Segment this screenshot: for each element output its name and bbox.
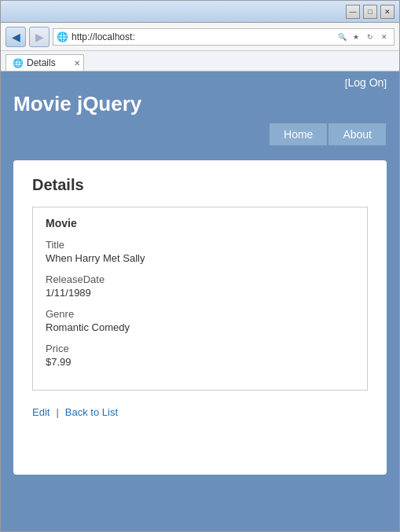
- field-price: Price $7.99: [46, 343, 354, 368]
- tab-label: Details: [27, 57, 56, 68]
- address-input[interactable]: 🌐 http://localhost: 🔍 ★ ↻ ✕: [53, 28, 394, 46]
- field-release-date: ReleaseDate 1/11/1989: [46, 273, 354, 299]
- app-body: Details Movie Title When Harry Met Sally…: [1, 152, 399, 531]
- back-to-list-link[interactable]: Back to List: [65, 406, 118, 418]
- address-bar: ◀ ▶ 🌐 http://localhost: 🔍 ★ ↻ ✕: [1, 23, 399, 51]
- star-icon[interactable]: ★: [350, 31, 362, 43]
- app-title: Movie jQuery: [13, 92, 387, 116]
- details-box: Movie Title When Harry Met Sally Release…: [32, 207, 368, 391]
- nav-home[interactable]: Home: [269, 123, 328, 146]
- edit-link[interactable]: Edit: [32, 406, 50, 418]
- address-actions: 🔍 ★ ↻ ✕: [336, 31, 391, 43]
- field-release-date-label: ReleaseDate: [46, 273, 354, 285]
- browser-tab[interactable]: 🌐 Details ✕: [6, 54, 84, 71]
- login-bracket-close: ]: [383, 77, 387, 89]
- field-genre-label: Genre: [46, 308, 354, 320]
- content-card: Details Movie Title When Harry Met Sally…: [13, 160, 387, 475]
- refresh-icon[interactable]: ↻: [364, 31, 376, 43]
- back-button[interactable]: ◀: [6, 27, 26, 47]
- field-title-value: When Harry Met Sally: [46, 252, 354, 264]
- nav-about[interactable]: About: [328, 123, 387, 146]
- login-link[interactable]: Log On: [347, 76, 383, 89]
- tab-favicon: 🌐: [13, 58, 24, 68]
- minimize-button[interactable]: —: [346, 5, 360, 19]
- header-top: [ Log On ]: [13, 76, 387, 89]
- app-header: [ Log On ] Movie jQuery Home About: [1, 72, 399, 152]
- maximize-button[interactable]: □: [363, 5, 377, 19]
- browser-window: — □ ✕ ◀ ▶ 🌐 http://localhost: 🔍 ★ ↻ ✕ 🌐 …: [0, 0, 400, 532]
- search-icon[interactable]: 🔍: [336, 31, 348, 43]
- page-title: Details: [32, 176, 368, 194]
- address-text: http://localhost:: [72, 31, 334, 42]
- field-title: Title When Harry Met Sally: [46, 239, 354, 264]
- field-genre-value: Romantic Comedy: [46, 321, 354, 333]
- field-price-label: Price: [46, 343, 354, 354]
- stop-icon[interactable]: ✕: [378, 31, 391, 43]
- link-separator: |: [56, 406, 58, 418]
- title-bar: — □ ✕: [1, 1, 399, 23]
- field-title-label: Title: [46, 239, 354, 251]
- tab-bar: 🌐 Details ✕: [1, 51, 399, 72]
- title-bar-buttons: — □ ✕: [346, 5, 394, 19]
- address-favicon: 🌐: [57, 31, 68, 42]
- field-release-date-value: 1/11/1989: [46, 287, 354, 299]
- field-price-value: $7.99: [46, 356, 354, 368]
- app-container: [ Log On ] Movie jQuery Home About Detai…: [1, 72, 399, 531]
- details-box-title: Movie: [46, 217, 354, 229]
- forward-button[interactable]: ▶: [29, 27, 50, 47]
- close-button[interactable]: ✕: [380, 5, 394, 19]
- field-genre: Genre Romantic Comedy: [46, 308, 354, 333]
- action-links: Edit | Back to List: [32, 406, 368, 418]
- nav-bar: Home About: [13, 123, 387, 146]
- tab-close-button[interactable]: ✕: [74, 59, 80, 68]
